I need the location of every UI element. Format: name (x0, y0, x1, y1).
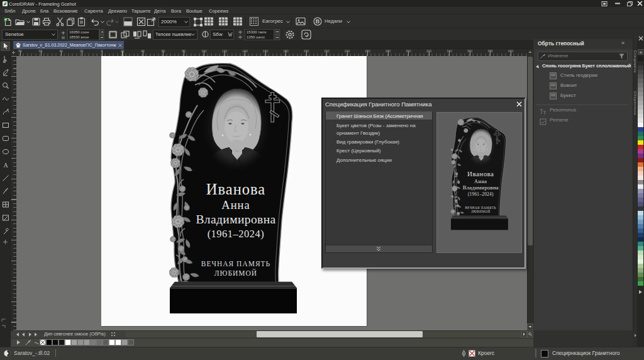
svg-text:B: B (316, 18, 320, 25)
svg-text:A: A (3, 162, 8, 169)
